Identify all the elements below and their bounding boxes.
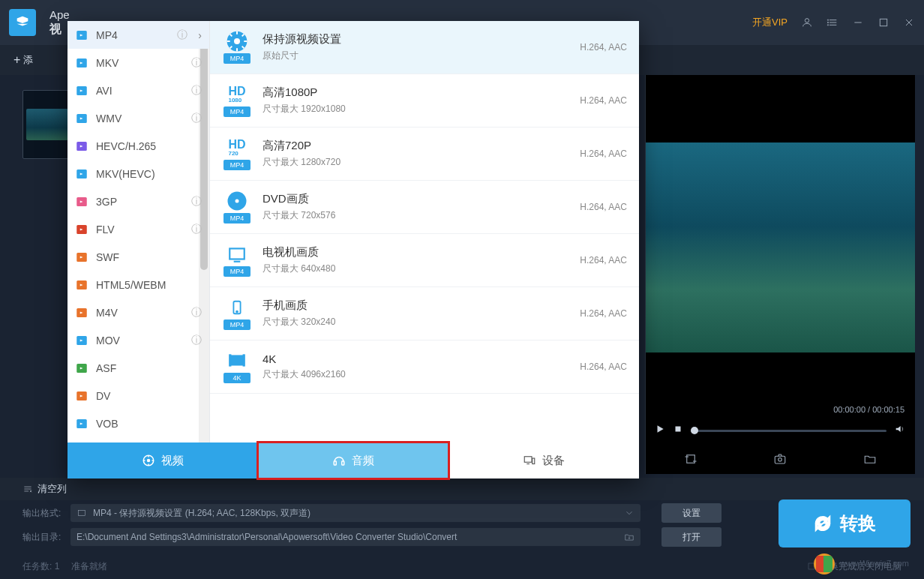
open-button[interactable]: 打开 bbox=[662, 527, 722, 547]
format-item-3gp[interactable]: 3GP ⓘ bbox=[68, 188, 209, 215]
preset-title: 保持源视频设置 bbox=[262, 32, 569, 46]
tab-video-label: 视频 bbox=[161, 454, 184, 468]
format-item-hevch265[interactable]: HEVC/H.265 bbox=[68, 132, 209, 160]
format-item-mp4[interactable]: MP4 ⓘ › bbox=[68, 21, 209, 49]
preset-icon: 4K bbox=[222, 350, 252, 384]
crop-tool-icon[interactable] bbox=[684, 452, 698, 469]
preset-codec: H.264, AAC bbox=[580, 362, 627, 372]
preset-list[interactable]: MP4 保持源视频设置 原始尺寸 H.264, AAC HD1080 MP4 高… bbox=[210, 21, 639, 442]
preset-item[interactable]: MP4 电视机画质 尺寸最大 640x480 H.264, AAC bbox=[210, 234, 639, 287]
preset-tag: MP4 bbox=[224, 53, 250, 64]
info-icon[interactable]: ⓘ bbox=[191, 56, 202, 70]
preset-item[interactable]: MP4 保持源视频设置 原始尺寸 H.264, AAC bbox=[210, 21, 639, 74]
output-dir-label: 输出目录: bbox=[22, 531, 64, 544]
settings-button[interactable]: 设置 bbox=[662, 503, 722, 523]
format-name: SWF bbox=[96, 251, 119, 263]
tab-video[interactable]: 视频 bbox=[68, 442, 258, 478]
convert-button[interactable]: 转换 bbox=[778, 500, 910, 548]
preset-item[interactable]: MP4 手机画质 尺寸最大 320x240 H.264, AAC bbox=[210, 287, 639, 340]
info-icon[interactable]: ⓘ bbox=[191, 334, 202, 347]
format-item-avi[interactable]: AVI ⓘ bbox=[68, 76, 209, 104]
format-item-mov[interactable]: MOV ⓘ bbox=[68, 326, 209, 354]
format-item-vob[interactable]: VOB bbox=[68, 410, 209, 437]
format-name: HEVC/H.265 bbox=[96, 140, 156, 152]
format-icon bbox=[75, 28, 88, 42]
info-icon[interactable]: ⓘ bbox=[191, 306, 202, 320]
app-logo bbox=[9, 9, 36, 36]
preset-icon: MP4 bbox=[222, 30, 252, 64]
user-icon[interactable] bbox=[801, 16, 813, 28]
time-label: 00:00:00 / 00:00:15 bbox=[833, 405, 904, 414]
format-icon bbox=[75, 56, 88, 70]
tab-device-label: 设备 bbox=[542, 454, 565, 468]
preset-icon: MP4 bbox=[222, 296, 252, 331]
format-item-mkv[interactable]: MKV ⓘ bbox=[68, 49, 209, 76]
svg-rect-49 bbox=[243, 354, 245, 366]
preset-item[interactable]: HD720 MP4 高清720P 尺寸最大 1280x720 H.264, AA… bbox=[210, 128, 639, 181]
svg-rect-48 bbox=[229, 354, 231, 366]
preset-subtitle: 尺寸最大 720x576 bbox=[262, 209, 569, 222]
add-button[interactable]: + 添 bbox=[14, 53, 33, 67]
format-name: AVI bbox=[96, 85, 112, 97]
preset-icon: MP4 bbox=[222, 243, 252, 278]
preset-subtitle: 尺寸最大 1280x720 bbox=[262, 156, 569, 169]
info-icon[interactable]: ⓘ bbox=[191, 112, 202, 125]
format-item-dv[interactable]: DV bbox=[68, 382, 209, 410]
tab-audio[interactable]: 音频 bbox=[258, 442, 448, 478]
preset-tag: MP4 bbox=[224, 320, 250, 330]
format-name: ASF bbox=[96, 362, 116, 374]
format-sidebar[interactable]: MP4 ⓘ › MKV ⓘ AVI ⓘ WMV ⓘ HEVC/H.265 bbox=[68, 21, 210, 442]
file-thumbnail[interactable] bbox=[22, 90, 72, 159]
preset-item[interactable]: 4K 4K 尺寸最大 4096x2160 H.264, AAC bbox=[210, 340, 639, 394]
format-icon bbox=[75, 140, 88, 153]
output-dir-value: E:\Document And Settings3\Administrator\… bbox=[76, 532, 457, 542]
play-button[interactable] bbox=[655, 424, 665, 437]
format-item-wmv[interactable]: WMV ⓘ bbox=[68, 104, 209, 132]
svg-rect-15 bbox=[776, 456, 786, 464]
info-icon[interactable]: ⓘ bbox=[177, 28, 188, 42]
maximize-icon[interactable] bbox=[878, 16, 890, 28]
folder-tool-icon[interactable] bbox=[863, 452, 877, 469]
info-icon[interactable]: ⓘ bbox=[191, 84, 202, 98]
watermark-logo-icon bbox=[814, 554, 835, 574]
seek-slider[interactable] bbox=[691, 430, 886, 432]
svg-point-16 bbox=[778, 458, 782, 462]
chevron-right-icon: › bbox=[198, 29, 202, 41]
format-icon bbox=[75, 362, 88, 375]
snapshot-tool-icon[interactable] bbox=[773, 452, 787, 469]
svg-point-40 bbox=[234, 38, 240, 44]
preset-subtitle: 尺寸最大 1920x1080 bbox=[262, 103, 569, 116]
format-icon bbox=[75, 84, 88, 98]
folder-save-icon bbox=[624, 532, 634, 542]
format-item-m4v[interactable]: M4V ⓘ bbox=[68, 298, 209, 326]
vip-link[interactable]: 开通VIP bbox=[752, 16, 788, 29]
format-item-swf[interactable]: SWF bbox=[68, 243, 209, 271]
format-item-flv[interactable]: FLV ⓘ bbox=[68, 215, 209, 243]
close-icon[interactable] bbox=[903, 16, 915, 28]
menu-list-icon[interactable] bbox=[826, 16, 838, 28]
tab-device[interactable]: 设备 bbox=[448, 442, 639, 478]
info-icon[interactable]: ⓘ bbox=[191, 223, 202, 236]
svg-point-5 bbox=[827, 22, 828, 22]
format-name: WMV bbox=[96, 112, 122, 124]
format-name: MP4 bbox=[96, 29, 118, 41]
preset-codec: H.264, AAC bbox=[580, 202, 627, 212]
format-item-mkvhevc[interactable]: MKV(HEVC) bbox=[68, 160, 209, 188]
format-item-html5webm[interactable]: HTML5/WEBM bbox=[68, 271, 209, 298]
output-format-field[interactable]: MP4 - 保持源视频设置 (H.264; AAC, 128Kbps, 双声道) bbox=[70, 504, 640, 522]
info-icon[interactable]: ⓘ bbox=[191, 195, 202, 208]
svg-rect-55 bbox=[532, 458, 535, 464]
format-item-asf[interactable]: ASF bbox=[68, 354, 209, 382]
stop-button[interactable] bbox=[673, 424, 683, 437]
preview-image bbox=[646, 142, 915, 352]
preset-item[interactable]: HD1080 MP4 高清1080P 尺寸最大 1920x1080 H.264,… bbox=[210, 74, 639, 128]
format-popup: MP4 ⓘ › MKV ⓘ AVI ⓘ WMV ⓘ HEVC/H.265 bbox=[68, 21, 639, 478]
volume-icon[interactable] bbox=[894, 423, 906, 438]
clear-list-button[interactable]: 清空列 bbox=[22, 482, 67, 496]
status-bar: 任务数: 1 准备就绪 转换完成后关闭电脑 bbox=[0, 554, 924, 579]
preset-tag: MP4 bbox=[224, 266, 250, 277]
minimize-icon[interactable] bbox=[852, 16, 864, 28]
output-dir-field[interactable]: E:\Document And Settings3\Administrator\… bbox=[70, 528, 640, 546]
preset-item[interactable]: MP4 DVD画质 尺寸最大 720x576 H.264, AAC bbox=[210, 181, 639, 234]
preset-title: 手机画质 bbox=[262, 298, 569, 313]
